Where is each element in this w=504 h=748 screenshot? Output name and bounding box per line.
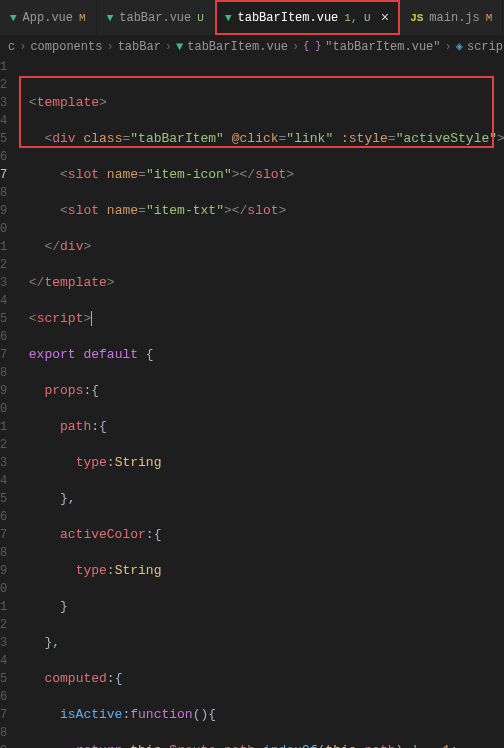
line-num: 1 (0, 418, 7, 436)
line-num: 1 (0, 58, 7, 76)
line-num: 2 (0, 616, 7, 634)
line-num: 3 (0, 94, 7, 112)
line-num: 7 (0, 166, 7, 184)
tab-modifier: M (79, 12, 86, 24)
line-num: 6 (0, 688, 7, 706)
line-num: 9 (0, 742, 7, 748)
line-num: 4 (0, 292, 7, 310)
tab-modifier: M (486, 12, 493, 24)
code-area[interactable]: <template> <div class="tabBarItem" @clic… (13, 58, 504, 746)
line-num: 8 (0, 544, 7, 562)
line-num: 5 (0, 670, 7, 688)
breadcrumb-item: tabBar (118, 40, 161, 54)
line-num: 0 (0, 400, 7, 418)
vue-icon: ▼ (176, 40, 183, 54)
tab-tabbaritem-vue[interactable]: ▼ tabBarItem.vue 1, U × (215, 0, 400, 35)
line-num: 2 (0, 256, 7, 274)
line-num: 8 (0, 364, 7, 382)
line-num: 6 (0, 508, 7, 526)
tab-label: tabBarItem.vue (237, 11, 338, 25)
line-num: 8 (0, 724, 7, 742)
editor: 1 2 3 4 5 6 7 8 9 0 1 2 3 4 5 6 7 8 9 0 … (0, 58, 504, 746)
vue-icon: ▼ (107, 12, 114, 24)
line-num: 4 (0, 112, 7, 130)
line-num: 3 (0, 274, 7, 292)
line-num: 6 (0, 328, 7, 346)
script-icon: ◈ (456, 39, 463, 54)
tab-main-js[interactable]: JS main.js M (400, 0, 503, 35)
chevron-right-icon: › (165, 40, 172, 54)
vue-icon: ▼ (225, 12, 232, 24)
breadcrumb-item: components (30, 40, 102, 54)
line-num: 2 (0, 436, 7, 454)
brace-icon: { } (303, 41, 321, 52)
line-num: 3 (0, 634, 7, 652)
line-num: 4 (0, 472, 7, 490)
breadcrumb-item: tabBarItem.vue (187, 40, 288, 54)
line-num: 0 (0, 580, 7, 598)
line-num: 5 (0, 490, 7, 508)
line-num: 3 (0, 454, 7, 472)
chevron-right-icon: › (19, 40, 26, 54)
chevron-right-icon: › (106, 40, 113, 54)
tab-app-vue[interactable]: ▼ App.vue M (0, 0, 97, 35)
editor-tabs: ▼ App.vue M ▼ tabBar.vue U ▼ tabBarItem.… (0, 0, 504, 35)
tab-label: main.js (429, 11, 479, 25)
close-icon[interactable]: × (381, 10, 389, 26)
breadcrumb-item: script (467, 40, 504, 54)
line-num: 0 (0, 220, 7, 238)
tab-tabbar-vue[interactable]: ▼ tabBar.vue U (97, 0, 215, 35)
breadcrumb[interactable]: c › components › tabBar › ▼ tabBarItem.v… (0, 35, 504, 58)
tab-label: tabBar.vue (119, 11, 191, 25)
tab-modifier: 1, U (344, 12, 370, 24)
line-num: 7 (0, 526, 7, 544)
line-num: 7 (0, 706, 7, 724)
line-num: 4 (0, 652, 7, 670)
line-num: 7 (0, 346, 7, 364)
chevron-right-icon: › (292, 40, 299, 54)
line-num: 2 (0, 76, 7, 94)
line-num: 8 (0, 184, 7, 202)
line-num: 6 (0, 148, 7, 166)
breadcrumb-item: "tabBarItem.vue" (325, 40, 440, 54)
vue-icon: ▼ (10, 12, 17, 24)
line-num: 9 (0, 202, 7, 220)
js-icon: JS (410, 12, 423, 24)
breadcrumb-item: c (8, 40, 15, 54)
line-num: 1 (0, 238, 7, 256)
tab-label: App.vue (23, 11, 73, 25)
line-num: 9 (0, 382, 7, 400)
tab-modifier: U (197, 12, 204, 24)
line-num: 5 (0, 130, 7, 148)
line-num: 1 (0, 598, 7, 616)
line-num: 9 (0, 562, 7, 580)
line-gutter: 1 2 3 4 5 6 7 8 9 0 1 2 3 4 5 6 7 8 9 0 … (0, 58, 13, 746)
line-num: 5 (0, 310, 7, 328)
chevron-right-icon: › (445, 40, 452, 54)
